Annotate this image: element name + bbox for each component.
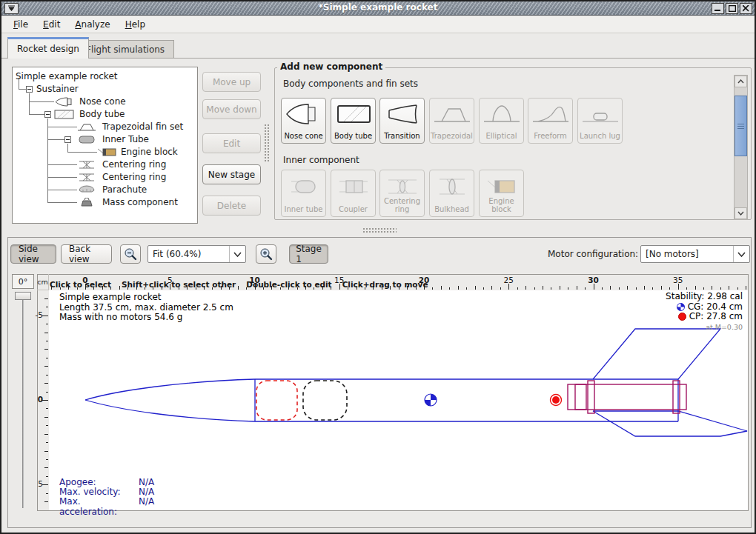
tree-row: Trapezoidal fin set	[13, 121, 197, 133]
close-button[interactable]	[740, 3, 752, 14]
tree-item-centering-ring-2[interactable]: Centering ring	[102, 172, 166, 182]
add-component-title: Add new component	[277, 61, 385, 72]
move-down-button[interactable]: Move down	[202, 99, 261, 119]
scroll-up-button[interactable]	[735, 76, 747, 87]
motor-configuration-select[interactable]: [No motors]	[640, 245, 750, 263]
cp-icon	[678, 313, 686, 321]
tree-item-nose-cone[interactable]: Nose cone	[79, 96, 126, 107]
side-view-button[interactable]: Side view	[10, 244, 56, 264]
tree-item-inner-tube[interactable]: Inner Tube	[102, 134, 149, 144]
fin-bottom	[593, 411, 747, 436]
move-up-button[interactable]: Move up	[202, 72, 261, 92]
back-view-button[interactable]: Back view	[61, 244, 112, 264]
body-tube-icon	[334, 102, 374, 126]
bodytube-icon	[54, 110, 75, 121]
mass-component-icon	[77, 198, 96, 210]
freeform-fin-icon	[531, 102, 571, 126]
collapse-toggle-icon[interactable]	[26, 86, 33, 93]
acceleration-value: N/A	[139, 497, 154, 516]
chevron-down-icon	[733, 246, 749, 262]
inner-component-label: Inner component	[283, 155, 359, 165]
hint: Click+drag to move	[342, 280, 428, 289]
cp-value: CP: 27.8 cm	[689, 312, 743, 322]
trapezoidal-fin-icon	[77, 122, 96, 134]
stage-1-toggle[interactable]: Stage 1	[289, 244, 328, 264]
body-components-label: Body components and fin sets	[283, 79, 418, 89]
menu-edit[interactable]: Edit	[37, 18, 66, 31]
centering-ring-button[interactable]: Centering ring	[379, 170, 425, 217]
tree-item-fin-set[interactable]: Trapezoidal fin set	[102, 121, 183, 132]
tree-row: Centering ring	[13, 171, 197, 184]
tab-rocket-design[interactable]: Rocket design	[7, 37, 89, 59]
rotation-slider-track[interactable]	[22, 293, 24, 508]
engine-block-button[interactable]: Engine block	[479, 170, 524, 217]
menu-help[interactable]: Help	[119, 18, 151, 31]
scrollbar-thumb[interactable]	[735, 96, 747, 156]
launch-lug-icon	[580, 102, 620, 126]
zoom-in-button[interactable]	[256, 244, 276, 264]
centering-ring-icon	[382, 174, 422, 196]
tree-item-body-tube[interactable]: Body tube	[79, 109, 125, 119]
motor-configuration-label: Motor configuration:	[548, 249, 638, 259]
rocket-info: Simple example rocket Length 37.5 cm, ma…	[59, 293, 233, 323]
delete-button[interactable]: Delete	[202, 196, 261, 216]
tree-item-parachute[interactable]: Parachute	[102, 184, 147, 195]
nosecone-icon	[54, 97, 75, 109]
tree-row: Sustainer	[13, 83, 197, 96]
engine-block-icon	[482, 174, 522, 196]
parachute-outline	[256, 381, 297, 420]
inner-tube-button[interactable]: Inner tube	[281, 170, 326, 217]
coupler-button[interactable]: Coupler	[331, 170, 376, 217]
body-tube-button[interactable]: Body tube	[331, 98, 376, 144]
nose-cone-button[interactable]: Nose cone	[281, 98, 326, 144]
rotation-slider-thumb[interactable]	[15, 292, 31, 300]
component-scrollbar[interactable]	[734, 75, 748, 220]
tab-flight-simulations[interactable]: Flight simulations	[76, 40, 174, 59]
edit-button[interactable]: Edit	[202, 133, 261, 153]
collapse-toggle-icon[interactable]	[64, 136, 71, 143]
ruler-unit-label: cm	[37, 274, 49, 290]
tree-item-engine-block[interactable]: Engine block	[121, 147, 178, 157]
minimize-icon	[714, 5, 721, 12]
zoom-out-button[interactable]	[120, 244, 141, 264]
bulkhead-icon	[432, 174, 472, 196]
transition-button[interactable]: Transition	[379, 98, 425, 144]
nose-cone-icon	[284, 102, 324, 126]
menu-file[interactable]: File	[7, 18, 34, 31]
chevron-down-icon	[229, 246, 245, 262]
hint: Shift+click to select other	[122, 280, 236, 289]
maximize-icon	[729, 5, 736, 12]
menu-analyze[interactable]: Analyze	[69, 18, 116, 31]
new-stage-button[interactable]: New stage	[202, 164, 261, 184]
tree-row: Nose cone	[13, 96, 197, 108]
minimize-button[interactable]	[712, 3, 724, 14]
engine-block-icon	[97, 147, 118, 159]
tree-item-sustainer[interactable]: Sustainer	[36, 84, 79, 94]
tree-row: Engine block	[13, 146, 197, 158]
zoom-level-select[interactable]: Fit (60.4%)	[147, 245, 246, 263]
horizontal-split-grip[interactable]	[362, 227, 397, 233]
tree-item-rocket[interactable]: Simple example rocket	[16, 71, 117, 81]
tree-item-centering-ring-1[interactable]: Centering ring	[102, 159, 166, 170]
title-bar[interactable]: *Simple example rocket	[1, 1, 755, 16]
rocket-outline	[85, 329, 747, 436]
rocket-canvas[interactable]: Simple example rocket Length 37.5 cm, ma…	[49, 290, 748, 510]
fin-top	[593, 329, 720, 379]
bulkhead-button[interactable]: Bulkhead	[429, 170, 474, 217]
freeform-fin-button[interactable]: Freeform	[528, 98, 573, 144]
elliptical-fin-icon	[482, 102, 522, 126]
tree-item-mass-component[interactable]: Mass component	[102, 197, 178, 207]
hint: Click to select	[50, 280, 111, 289]
parachute-icon	[77, 185, 96, 197]
collapse-toggle-icon[interactable]	[44, 111, 51, 118]
launch-lug-button[interactable]: Launch lug	[577, 98, 623, 144]
centering-ring-icon	[77, 173, 96, 184]
tab-divider	[1, 58, 755, 59]
vertical-split-grip[interactable]	[264, 124, 271, 162]
component-tree[interactable]: Simple example rocket Sustainer Nose con…	[12, 67, 198, 224]
scroll-down-button[interactable]	[735, 207, 747, 219]
elliptical-fin-button[interactable]: Elliptical	[479, 98, 524, 144]
maximize-button[interactable]	[726, 3, 738, 14]
trapezoidal-fin-button[interactable]: Trapezoidal	[429, 98, 474, 144]
menu-bar: File Edit Analyze Help	[1, 16, 755, 33]
